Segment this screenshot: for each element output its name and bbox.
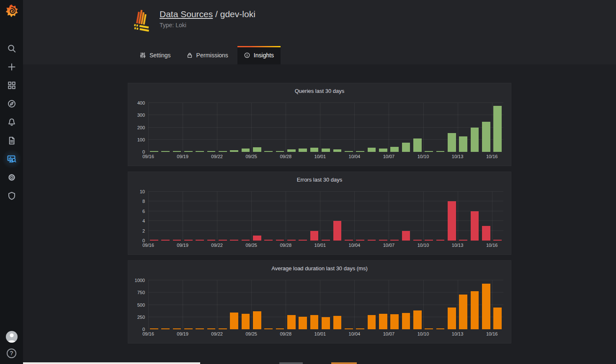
docs-file-icon[interactable] [3, 131, 21, 150]
panel-queries: Queries last 30 days 010020030040009/160… [128, 83, 511, 166]
grafana-logo[interactable] [4, 3, 19, 18]
bar-10/12 [448, 201, 456, 241]
datasource-insights-monitor-search-icon[interactable] [3, 150, 21, 168]
x-tick-label: 09/19 [177, 331, 188, 336]
gridline [148, 305, 503, 305]
x-tick-label: 09/16 [142, 243, 154, 248]
breadcrumb-data-sources-link[interactable]: Data Sources [160, 9, 213, 19]
user-avatar[interactable] [6, 331, 18, 343]
tab-insights[interactable]: Insights [237, 46, 281, 64]
x-tick-label: 09/25 [245, 154, 257, 159]
bar-10/15 [482, 122, 490, 152]
bar-09/29 [299, 149, 307, 152]
y-tick-label: 200 [137, 125, 145, 130]
bar-10/04 [356, 151, 364, 152]
gridline [354, 103, 355, 152]
bar-10/04 [356, 240, 364, 241]
bar-10/05 [368, 148, 376, 152]
load-duration-bar-chart: 0250500750100009/1609/1909/2209/2509/281… [148, 280, 503, 329]
bar-10/02 [333, 221, 342, 241]
bar-09/22 [219, 151, 227, 152]
x-tick-label: 10/13 [452, 154, 464, 159]
create-plus-icon[interactable] [3, 58, 21, 76]
bar-10/05 [368, 240, 376, 241]
bar-10/02 [333, 316, 342, 329]
help-icon[interactable]: ? [7, 349, 16, 358]
datasource-type-subtitle: Type: Loki [160, 22, 255, 28]
gridline [148, 192, 149, 241]
bar-10/01 [322, 240, 330, 241]
loki-datasource-logo [133, 8, 153, 33]
bar-09/26 [264, 240, 273, 241]
x-tick-label: 10/10 [418, 243, 429, 248]
x-tick-label: 10/13 [452, 243, 464, 248]
y-tick-label: 8 [142, 199, 145, 204]
alerting-bell-icon[interactable] [3, 113, 21, 131]
insights-content: Queries last 30 days 010020030040009/160… [23, 64, 616, 364]
search-icon[interactable] [3, 39, 21, 58]
x-tick-label: 10/01 [314, 331, 326, 336]
bar-09/16 [150, 240, 158, 241]
x-tick-label: 10/01 [314, 154, 326, 159]
bar-09/27 [276, 151, 284, 152]
explore-compass-icon[interactable] [3, 95, 21, 113]
gridline [389, 192, 389, 241]
gridline [320, 192, 320, 241]
bar-10/13 [459, 240, 467, 241]
x-tick-label: 10/07 [383, 154, 395, 159]
bar-10/06 [379, 149, 387, 152]
bar-09/24 [242, 149, 250, 152]
gridline [148, 103, 149, 152]
bar-10/09 [413, 138, 422, 152]
bar-10/04 [356, 328, 364, 329]
panel-load-duration: Average load duration last 30 days (ms) … [128, 260, 511, 343]
bar-09/16 [150, 328, 158, 329]
tab-permissions[interactable]: Permissions [180, 46, 235, 64]
y-tick-label: 6 [142, 209, 145, 214]
bar-09/28 [287, 240, 296, 241]
queries-bar-chart: 010020030040009/1609/1909/2209/2509/2810… [148, 103, 503, 152]
page-header: Data Sources / gdev-loki Type: Loki Sett… [23, 0, 616, 64]
gridline [148, 280, 503, 280]
y-tick-label: 500 [137, 302, 145, 308]
tab-insights-label: Insights [254, 52, 274, 59]
configuration-gear-icon[interactable] [3, 168, 21, 187]
bar-10/10 [425, 328, 433, 329]
panel-title-queries[interactable]: Queries last 30 days [128, 87, 511, 97]
x-tick-label: 09/22 [211, 331, 223, 336]
gridline [148, 280, 149, 329]
bar-09/29 [299, 240, 307, 241]
dashboards-grid-icon[interactable] [3, 76, 21, 95]
tab-settings[interactable]: Settings [133, 46, 178, 64]
bar-10/11 [436, 151, 445, 152]
bar-10/16 [493, 106, 502, 152]
bar-10/03 [345, 240, 353, 241]
bar-09/21 [207, 240, 216, 241]
bar-10/07 [390, 147, 399, 152]
panel-title-load-duration[interactable]: Average load duration last 30 days (ms) [128, 264, 511, 275]
gridline [354, 280, 355, 329]
gridline [251, 192, 252, 241]
bar-10/06 [379, 314, 387, 329]
bar-09/24 [242, 314, 250, 329]
bar-09/22 [219, 328, 227, 329]
bar-09/26 [264, 328, 273, 329]
panel-title-errors[interactable]: Errors last 30 days [128, 176, 511, 186]
gridline [286, 192, 286, 241]
lock-icon [187, 52, 193, 58]
tab-permissions-label: Permissions [196, 52, 228, 59]
y-tick-label: 10 [140, 189, 145, 194]
bar-09/18 [173, 328, 181, 329]
gridline [492, 103, 492, 152]
bar-09/16 [150, 151, 158, 152]
bar-09/27 [276, 240, 284, 241]
bar-10/10 [425, 151, 433, 152]
bar-10/07 [390, 314, 399, 329]
bar-10/12 [448, 308, 456, 329]
below-fold-fragment-white [23, 362, 200, 364]
x-tick-label: 10/04 [349, 243, 361, 248]
x-tick-label: 09/25 [245, 331, 257, 336]
gridline [148, 191, 503, 192]
server-admin-shield-icon[interactable] [3, 187, 21, 205]
gridline [251, 280, 252, 329]
